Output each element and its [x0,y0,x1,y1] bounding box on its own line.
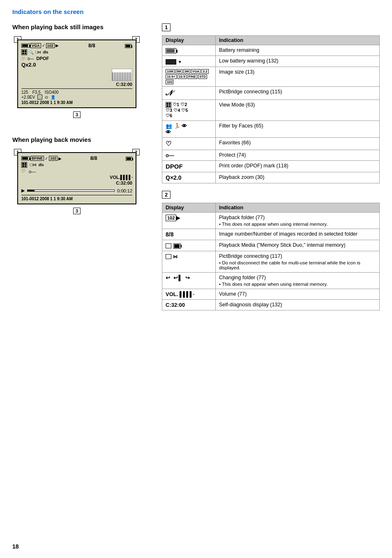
table-row: 👥 🏃 👁👁 Filter by Faces (65) [162,121,380,138]
still-second-row: 🔍 □⋈ dls [21,49,132,55]
protect-movie: o― [29,169,36,174]
movie-screen-wrapper: 1 2 BFINE ✓ 102 ▶ [17,152,136,214]
still-top-row: VGA ✓ 102 ▶ 8/8 [21,43,132,49]
media-display [166,243,181,248]
right-column: 1 Display Indication Bat [162,23,380,318]
indication-view-mode: View Mode (63) [216,100,380,121]
pictbridge-cable-display: ⋈ [166,254,178,259]
vol-bars: ▌▌▌▌· [120,175,132,180]
display-pictbridge-cable: ⋈ [162,251,216,272]
movie-heading: When playing back movies [12,136,152,143]
exposure-info: 125 F3.5 ISO400 [21,90,132,95]
indication-favorites: Favorites (66) [216,138,380,150]
section1-table: Display Indication Battery remaining [162,35,380,183]
movie-second-row: □⋈ dls [21,162,132,168]
table-row: 𝒩 PictBridge connecting (115) [162,87,380,100]
folder-num-movie: 102 [49,156,58,161]
self-diag-display: C:32:00 [166,302,185,308]
display-volume: VOL. ▌▌▌▌· [162,289,216,299]
size-169: 16:9 [178,74,187,79]
indication-zoom: Playback zoom (30) [216,172,380,183]
folder-num-still: 102 [46,43,55,48]
still-camera-screen: VGA ✓ 102 ▶ 8/8 [17,39,136,108]
table-row: o― Protect (74) [162,150,380,161]
display-protect: o― [162,150,216,161]
histogram-area [21,69,132,81]
movie-camera-screen: BFINE ✓ 102 ▶ 8/8 [17,152,136,204]
indication-media: Playback Media ("Memory Stick Duo," inte… [216,240,380,251]
indication-protect: Protect (74) [216,150,380,161]
movie-media-icon [126,156,132,160]
pictbridge-still: □⋈ [35,50,41,54]
play-icon: ▶ [21,188,25,193]
time-still: C:32:00 [21,82,132,87]
indication-folder: Playback folder (77) • This does not app… [216,213,380,229]
vol-label: VOL. [110,175,120,180]
display-dpof: DPOF [162,161,216,172]
time-movie: C:32:00 [21,181,132,185]
grid-icon [21,49,27,55]
search-icon-still: 🔍 [29,50,34,55]
play-time: 0:00:12 [117,188,132,193]
folder-display: 102▶ [166,215,180,221]
cable-note: • Do not disconnect the cable for multi-… [219,260,376,270]
table-row: DPOF Print order (DPOF) mark (118) [162,161,380,172]
table-row: 8/8 Image number/Number of images record… [162,229,380,240]
folder-change-display: ↩ ↩▌ ↪ [166,275,191,281]
section1-col-display: Display [162,36,216,45]
zoom-still: Qx2.0 [21,62,132,68]
size-10m: 10M [166,69,175,74]
table-row: Playback Media ("Memory Stick Duo," inte… [162,240,380,251]
filter-faces-display: 👥 🏃 👁👁 [166,123,212,135]
still-bottom: 125 F3.5 ISO400 +2.0EV □ ⊙ 👤 101-0012 20… [21,88,132,105]
movie-third-row: ♡ o― [21,169,132,174]
callout-3-still-wrapper: 3 [17,111,136,118]
size-fine: FINE [187,74,197,79]
table-row: VOL. ▌▌▌▌· Volume (77) [162,289,380,299]
imagenum-display: 8/8 [166,231,173,238]
indication-pictbridge-cable: PictBridge connecting (117) • Do not dis… [216,251,380,272]
table-row: 10M 5M 3M VGA 3:2 16:9+ 16:9 FINE STD 32… [162,67,380,87]
vol-display: VOL.▌▌▌▌· [21,175,132,180]
table-row: C:32:00 Self-diagnosis display (132) [162,299,380,310]
still-third-row: ♡ o― DPOF [21,56,132,61]
size-169plus: 16:9+ [166,74,177,79]
section1-col-indication: Indication [216,36,380,45]
still-screen-wrapper: 1 2 VGA [17,39,136,118]
dpof-still: DPOF [37,56,49,61]
indication-image-size: Image size (13) [216,67,380,87]
shutter-speed: 125 [21,90,28,95]
display-folder: 102▶ [162,213,216,229]
size-vga: VGA [191,69,201,74]
pictbridge-symbol: 𝒩 [166,89,171,97]
dls-movie: dls [39,163,44,167]
ev-metering: +2.0EV □ ⊙ 👤 [21,95,132,100]
display-view-mode: ♡1 ♡2♡3 ♡4 ♡5♡6 [162,100,216,121]
display-imagenum: 8/8 [162,229,216,240]
folder-change-note: • This does not appear when using intern… [219,282,376,287]
movie-image-count: 8/8 [90,155,97,161]
pictbridge-movie: □⋈ [30,162,37,167]
section2-number-wrapper: 2 [162,191,380,200]
movie-progress-area: ▶ 0:00:12 [21,188,132,193]
grid-icon-movie [21,162,27,168]
size-320: 320 [166,80,173,84]
table-row: ⋈ PictBridge connecting (117) • Do not d… [162,251,380,272]
section2-table: Display Indication 102▶ Playback folder … [162,203,380,310]
table-row: ♡ Favorites (66) [162,138,380,150]
indication-folder-change: Changing folder (77) • This does not app… [216,272,380,289]
display-favorites: ♡ [162,138,216,150]
movie-top-left: BFINE ✓ 102 ▶ [21,156,62,161]
indication-volume: Volume (77) [216,289,380,299]
indication-low-battery: Low battery warning (132) [216,56,380,67]
dls-still: dls [43,50,48,54]
section1-number: 1 [162,23,171,31]
display-battery [162,45,216,56]
table-row: Q×2.0 Playback zoom (30) [162,172,380,183]
date-still: 101-0012 2008 1 1 9:30 AM [21,100,132,105]
still-media-icon [125,43,132,48]
table-row: ♡1 ♡2♡3 ♡4 ♡5♡6 View Mode (63) [162,100,380,121]
display-pictbridge: 𝒩 [162,87,216,100]
indication-battery: Battery remaining [216,45,380,56]
date-movie: 101-0012 2008 1 1 9:30 AM [21,195,132,201]
